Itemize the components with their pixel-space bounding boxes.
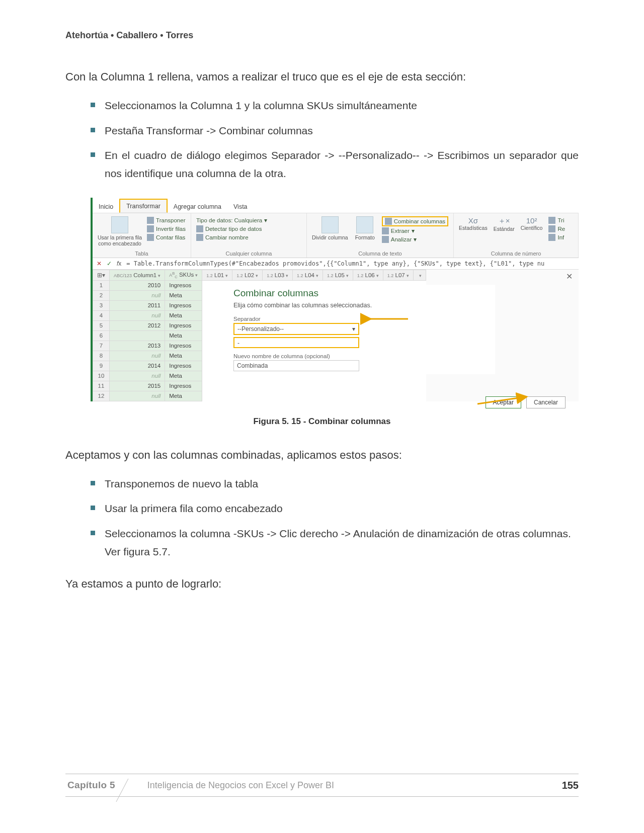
ribbon: Usar la primera fila como encabezado Tra… bbox=[93, 213, 579, 258]
col-header[interactable]: 1.2 L05▾ bbox=[323, 270, 353, 280]
dialog-title: Combinar columnas bbox=[233, 288, 495, 299]
separator-select[interactable]: --Personalizado--▾ bbox=[233, 323, 359, 335]
analyze-icon bbox=[382, 236, 389, 243]
combine-columns-button[interactable]: Combinar columnas bbox=[382, 216, 448, 226]
cell[interactable]: Meta bbox=[165, 391, 202, 401]
tab-vista[interactable]: Vista bbox=[227, 200, 254, 213]
row-number: 2 bbox=[93, 290, 110, 300]
formula-text[interactable]: = Table.TransformColumnTypes(#"Encabezad… bbox=[126, 260, 575, 267]
fx-accept-icon[interactable]: ✓ bbox=[107, 260, 112, 267]
col-corner: ⊞▾ bbox=[93, 270, 110, 280]
col-header[interactable]: 1.2 L03▾ bbox=[263, 270, 293, 280]
custom-separator-input[interactable]: - bbox=[233, 337, 359, 348]
tab-agregar-columna[interactable]: Agregar columna bbox=[168, 200, 227, 213]
cell[interactable]: Meta bbox=[165, 371, 202, 381]
col-header[interactable]: 1.2 L02▾ bbox=[232, 270, 263, 280]
bullet-list-1: Seleccionamos la Columna 1 y la columna … bbox=[65, 97, 579, 183]
merge-icon bbox=[385, 218, 392, 225]
fx-cancel-icon[interactable]: ✕ bbox=[97, 260, 102, 267]
use-first-row-line2: como encabezado bbox=[98, 240, 142, 246]
col-header[interactable]: 1.2 L06▾ bbox=[353, 270, 383, 280]
cell[interactable]: null bbox=[110, 351, 165, 361]
cell[interactable]: 2015 bbox=[110, 381, 165, 391]
figure-caption: Figura 5. 15 - Combinar columnas bbox=[65, 416, 579, 427]
cell[interactable]: Ingresos bbox=[165, 341, 202, 351]
split-col-icon[interactable] bbox=[321, 216, 339, 233]
col-dd[interactable]: ▾ bbox=[413, 270, 426, 280]
sci-label[interactable]: Científico bbox=[521, 225, 543, 231]
count-rows-button[interactable]: Contar filas bbox=[147, 233, 186, 241]
close-icon[interactable]: ✕ bbox=[566, 272, 573, 281]
col-header[interactable]: ABC SKUs▾ bbox=[165, 270, 202, 280]
extract-button[interactable]: Extraer ▾ bbox=[382, 227, 448, 235]
split-col-label: Dividir columna bbox=[312, 234, 348, 240]
svg-line-2 bbox=[116, 779, 128, 802]
stats-label[interactable]: Estadísticas bbox=[459, 225, 488, 231]
row-number: 7 bbox=[93, 341, 110, 351]
cell[interactable]: null bbox=[110, 310, 165, 320]
row-number: 9 bbox=[93, 361, 110, 371]
cell[interactable]: Ingresos bbox=[165, 280, 202, 290]
table-icon[interactable] bbox=[111, 216, 128, 233]
cell[interactable]: Ingresos bbox=[165, 300, 202, 310]
cell[interactable]: Meta bbox=[165, 310, 202, 320]
cancel-button[interactable]: Cancelar bbox=[526, 396, 566, 408]
col-header[interactable]: 1.2 L04▾ bbox=[293, 270, 323, 280]
col-header[interactable]: ABC/123 Column1▾ bbox=[110, 270, 165, 280]
cell[interactable]: Ingresos bbox=[165, 381, 202, 391]
format-icon[interactable] bbox=[356, 216, 373, 233]
rename-button[interactable]: Cambiar nombre bbox=[196, 233, 301, 241]
cell[interactable]: 2013 bbox=[110, 341, 165, 351]
cell[interactable]: Meta bbox=[165, 351, 202, 361]
row-number: 6 bbox=[93, 330, 110, 341]
page-number: 155 bbox=[562, 780, 579, 791]
analyze-button[interactable]: Analizar ▾ bbox=[382, 235, 448, 243]
bullet-list-2: Transponemos de nuevo la tabla Usar la p… bbox=[65, 475, 579, 561]
col-header[interactable]: 1.2 L01▾ bbox=[202, 270, 232, 280]
cell[interactable]: 2012 bbox=[110, 320, 165, 330]
cell[interactable]: 2011 bbox=[110, 300, 165, 310]
group-label-numcol: Columna de número bbox=[459, 251, 573, 257]
cell[interactable]: Meta bbox=[165, 330, 202, 341]
divider-icon bbox=[115, 779, 129, 803]
reverse-rows-button[interactable]: Invertir filas bbox=[147, 225, 186, 233]
group-label-textcol: Columna de texto bbox=[312, 251, 448, 257]
transpose-button[interactable]: Transponer bbox=[147, 216, 186, 224]
data-type-button[interactable]: Tipo de datos: Cualquiera ▾ bbox=[196, 216, 301, 224]
cell[interactable]: null bbox=[110, 290, 165, 300]
cell[interactable]: 2010 bbox=[110, 280, 165, 290]
sep-label: Separador bbox=[233, 316, 495, 322]
tab-inicio[interactable]: Inicio bbox=[93, 200, 119, 213]
new-name-input[interactable]: Combinada bbox=[233, 360, 359, 371]
cell[interactable]: Ingresos bbox=[165, 320, 202, 330]
std-label[interactable]: Estándar bbox=[494, 226, 515, 232]
row-number: 10 bbox=[93, 371, 110, 381]
info-button[interactable]: Inf bbox=[548, 233, 565, 241]
info-icon bbox=[548, 234, 555, 241]
cell[interactable]: 2014 bbox=[110, 361, 165, 371]
tab-transformar[interactable]: Transformar bbox=[119, 199, 168, 213]
cell[interactable]: Meta bbox=[165, 290, 202, 300]
list-item: Seleccionamos la columna -SKUs -> Clic d… bbox=[91, 525, 579, 560]
trig-button[interactable]: Tri bbox=[548, 216, 565, 224]
row-number: 5 bbox=[93, 320, 110, 330]
table-row[interactable]: 12nullMeta bbox=[93, 391, 426, 401]
round-button[interactable]: Re bbox=[548, 225, 565, 233]
combine-columns-dialog: Combinar columnas Elija cómo combinar la… bbox=[233, 285, 495, 374]
table-row[interactable]: 112015Ingresos bbox=[93, 381, 426, 391]
closing-paragraph: Ya estamos a punto de lograrlo: bbox=[65, 575, 579, 593]
format-label: Formato bbox=[355, 234, 375, 240]
row-number: 8 bbox=[93, 351, 110, 361]
cell[interactable]: null bbox=[110, 371, 165, 381]
fx-icon: fx bbox=[117, 260, 121, 267]
cell[interactable]: Ingresos bbox=[165, 361, 202, 371]
extract-icon bbox=[382, 227, 389, 234]
dialog-subtitle: Elija cómo combinar las columnas selecci… bbox=[233, 302, 495, 309]
cell[interactable] bbox=[110, 330, 165, 341]
reverse-icon bbox=[147, 225, 154, 232]
cell[interactable]: null bbox=[110, 391, 165, 401]
after-paragraph: Aceptamos y con las columnas combinadas,… bbox=[65, 447, 579, 464]
detect-type-button[interactable]: Detectar tipo de datos bbox=[196, 225, 301, 233]
authors-line: Atehortúa • Caballero • Torres bbox=[65, 30, 579, 41]
col-header[interactable]: 1.2 L07▾ bbox=[383, 270, 413, 280]
